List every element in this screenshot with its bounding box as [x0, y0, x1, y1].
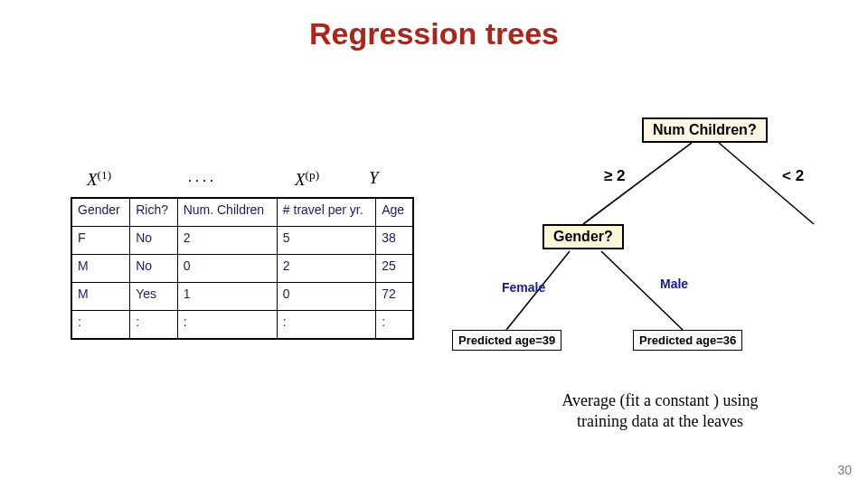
caption-line1: Average (fit a constant ) using — [561, 391, 758, 409]
symbol-y: Y — [369, 168, 379, 188]
col-gender: Gender — [71, 198, 130, 227]
tree-node-gender: Gender? — [542, 224, 624, 249]
table-header-row: Gender Rich? Num. Children # travel per … — [71, 198, 413, 227]
edge-label-female: Female — [502, 280, 545, 295]
page-number: 30 — [837, 463, 852, 477]
tree-leaf-right: Predicted age=36 — [633, 330, 742, 351]
edge-label-lt2: < 2 — [782, 167, 804, 185]
col-travel: # travel per yr. — [277, 198, 375, 227]
decision-tree: Num Children? ≥ 2 < 2 Gender? Female Mal… — [470, 117, 850, 407]
table-row: M Yes 1 0 72 — [71, 283, 413, 311]
svg-line-0 — [583, 143, 692, 224]
edge-label-ge2: ≥ 2 — [604, 167, 626, 185]
edge-label-male: Male — [660, 277, 688, 291]
data-table: Gender Rich? Num. Children # travel per … — [71, 197, 414, 340]
symbol-x1: X(1) — [87, 168, 111, 190]
tree-node-root: Num Children? — [642, 117, 768, 143]
tree-edges — [470, 117, 850, 407]
symbol-dots: · · · · — [188, 174, 213, 190]
col-children: Num. Children — [177, 198, 277, 227]
table-row: M No 0 2 25 — [71, 255, 413, 283]
page-title: Regression trees — [0, 16, 868, 52]
caption: Average (fit a constant ) using training… — [479, 390, 841, 431]
tree-leaf-left: Predicted age=39 — [452, 330, 561, 351]
table-row: F No 2 5 38 — [71, 227, 413, 255]
symbol-xp: X(p) — [295, 168, 319, 190]
col-rich: Rich? — [130, 198, 177, 227]
col-age: Age — [376, 198, 413, 227]
table-row: : : : : : — [71, 311, 413, 340]
training-data-table: Gender Rich? Num. Children # travel per … — [71, 197, 414, 340]
caption-line2: training data at the leaves — [577, 412, 743, 430]
